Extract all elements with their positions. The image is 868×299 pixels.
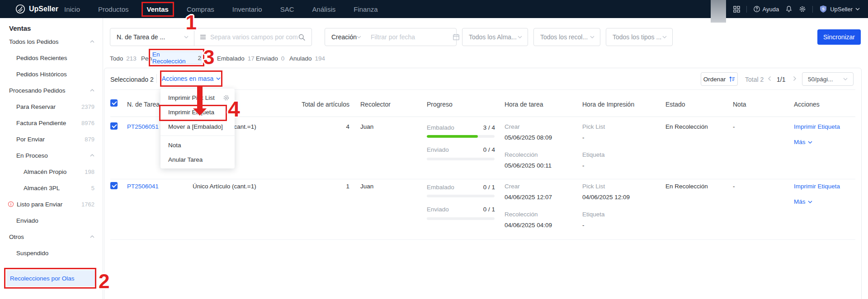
header-task-time: Hora de tarea xyxy=(505,101,543,108)
tab-embalado[interactable]: Embalado17 xyxy=(217,55,255,62)
sort-button[interactable]: Ordenar xyxy=(701,72,738,86)
upseller-logo-icon xyxy=(15,4,25,14)
print-label-action[interactable]: Imprimir Etiqueta xyxy=(794,183,840,190)
warehouse-filter-select[interactable]: Todos los Alma... xyxy=(462,28,528,46)
sidebar-title: Ventas xyxy=(0,18,103,33)
menu-item-anular-tarea[interactable]: Anular Tarea xyxy=(160,152,235,167)
menu-item-mover-a-embalado[interactable]: Mover a [Embalado] xyxy=(160,119,235,134)
nav-item-productos[interactable]: Productos xyxy=(98,5,129,13)
account-menu[interactable]: S UpSeller xyxy=(819,5,860,13)
task-id-link[interactable]: PT2506041 xyxy=(127,183,159,190)
nav-item-analisis[interactable]: Análisis xyxy=(312,5,336,13)
picklist-time-value: 04/06/2025 12:09 xyxy=(582,194,630,201)
shipped-progress-bar xyxy=(427,158,495,160)
print-label-action[interactable]: Imprimir Etiqueta xyxy=(794,123,840,131)
create-time-value: 04/06/2025 12:07 xyxy=(505,194,552,201)
menu-item-nota[interactable]: Nota xyxy=(160,138,235,152)
next-page-button[interactable] xyxy=(793,76,797,81)
type-filter-select[interactable]: Todos los tipos ... xyxy=(606,28,673,46)
sidebar-group-todos-los-pedidos[interactable]: Todos los Pedidos xyxy=(0,33,103,50)
search-input[interactable] xyxy=(210,33,298,41)
tab-anulado[interactable]: Anulado194 xyxy=(289,55,325,62)
sidebar-item-almacen-propio[interactable]: Almacén Propio 198 xyxy=(0,164,103,180)
help-label: Ayuda xyxy=(763,6,779,13)
page-size-select[interactable]: 50/pági... xyxy=(802,72,854,86)
sidebar-item-por-enviar[interactable]: Por Enviar 879 xyxy=(0,131,103,147)
label-time-value: - xyxy=(582,162,585,169)
shipped-label: Enviado xyxy=(427,206,449,213)
collect-time-label: Recolección xyxy=(505,211,538,218)
count-badge: 8976 xyxy=(81,120,94,126)
account-label: UpSeller xyxy=(830,6,853,13)
chevron-up-icon xyxy=(90,235,94,238)
sidebar-item-enviado[interactable]: Enviado xyxy=(0,212,103,229)
date-type-selector[interactable]: Creación xyxy=(325,33,365,41)
chevron-down-icon xyxy=(518,36,522,38)
sidebar-group-en-proceso[interactable]: En Proceso xyxy=(0,147,103,164)
chevron-down-icon xyxy=(808,201,812,203)
date-range-input[interactable] xyxy=(365,33,453,41)
sidebar-item-suspendido[interactable]: Suspendido xyxy=(0,245,103,261)
picklist-time-value: - xyxy=(582,134,585,141)
status-value: En Recolección xyxy=(665,123,708,131)
chevron-down-icon xyxy=(590,36,594,38)
chevron-up-icon xyxy=(90,154,94,157)
chevron-down-icon xyxy=(662,36,667,38)
sidebar-group-otros[interactable]: Otros xyxy=(0,229,103,245)
sidebar-item-pedidos-historicos[interactable]: Pedidos Históricos xyxy=(0,66,103,82)
status-value: En Recolección xyxy=(665,183,708,190)
row-checkbox[interactable] xyxy=(110,182,118,189)
count-badge: 198 xyxy=(85,168,94,175)
chevron-down-icon xyxy=(843,78,848,80)
select-all-checkbox[interactable] xyxy=(110,99,118,107)
sidebar-item-almacen-3pl[interactable]: Almacén 3PL 5 xyxy=(0,180,103,196)
label-time-label: Etiqueta xyxy=(582,211,605,218)
task-id-link[interactable]: PT2506051 xyxy=(127,123,159,131)
sync-button[interactable]: Sincronizar xyxy=(817,29,861,45)
svg-text:S: S xyxy=(822,7,825,11)
nav-item-finanza[interactable]: Finanza xyxy=(354,5,377,13)
apps-grid-icon[interactable] xyxy=(733,6,740,13)
collector-filter-select[interactable]: Todos los recol... xyxy=(533,28,600,46)
menu-item-imprimir-pick-list[interactable]: Imprimir Pick List xyxy=(160,90,235,105)
menu-item-imprimir-etiqueta[interactable]: Imprimir Etiqueta xyxy=(160,105,235,119)
search-icon[interactable] xyxy=(298,33,306,41)
nav-item-compras[interactable]: Compras xyxy=(187,5,214,13)
more-actions-dropdown[interactable]: Más xyxy=(794,198,812,206)
tab-en-recoleccion[interactable]: En Recolección 2 3 xyxy=(152,51,202,64)
settings-gear-icon[interactable] xyxy=(799,5,806,13)
sidebar-item-pedidos-recientes[interactable]: Pedidos Recientes xyxy=(0,50,103,66)
gear-icon[interactable] xyxy=(223,94,230,101)
more-actions-dropdown[interactable]: Más xyxy=(794,139,812,146)
count-badge: 879 xyxy=(85,136,94,143)
header-total-items: Total de artículos xyxy=(282,101,349,108)
search-field-selector[interactable]: N. de Tarea de ... xyxy=(110,33,194,41)
chevron-down-icon xyxy=(357,36,361,38)
total-count-label: Total 2 xyxy=(745,76,764,83)
sidebar-group-procesando-pedidos[interactable]: Procesando Pedidos xyxy=(0,82,103,98)
packed-value: 3 / 4 xyxy=(470,124,495,131)
prev-page-button[interactable] xyxy=(768,76,771,81)
sidebar-item-factura-pendiente[interactable]: Factura Pendiente 8976 xyxy=(0,115,103,131)
nav-item-inicio[interactable]: Inicio xyxy=(64,5,80,13)
collector-value: Juan xyxy=(360,123,373,131)
nav-item-inventario[interactable]: Inventario xyxy=(232,5,262,13)
bulk-actions-button[interactable]: Acciones en masa xyxy=(160,70,222,87)
row-checkbox[interactable] xyxy=(110,122,118,130)
sidebar-item-listo-para-enviar[interactable]: Listo para Enviar 1762 xyxy=(0,196,103,212)
notifications-bell-icon[interactable] xyxy=(785,5,793,13)
create-time-label: Crear xyxy=(505,183,520,190)
tab-enviado[interactable]: Enviado0 xyxy=(256,55,284,62)
nav-item-ventas[interactable]: Ventas 1 xyxy=(147,5,169,13)
picklist-time-label: Pick List xyxy=(582,183,605,190)
sidebar-item-para-reservar[interactable]: Para Reservar 2379 xyxy=(0,98,103,115)
sidebar-item-recolecciones-por-olas[interactable]: Recolecciones por Olas 2 xyxy=(6,270,95,286)
nav-menu: Inicio Productos Ventas 1 Compras Invent… xyxy=(64,0,378,18)
brand[interactable]: UpSeller xyxy=(15,0,58,18)
calendar-icon[interactable] xyxy=(453,33,460,41)
nav-item-sac[interactable]: SAC xyxy=(280,5,294,13)
tab-todo[interactable]: Todo213 xyxy=(110,55,137,62)
bulk-actions-menu: Imprimir Pick List Imprimir Etiqueta Mov… xyxy=(160,89,235,168)
info-circle-icon xyxy=(8,201,14,207)
help-button[interactable]: Ayuda xyxy=(753,5,779,13)
